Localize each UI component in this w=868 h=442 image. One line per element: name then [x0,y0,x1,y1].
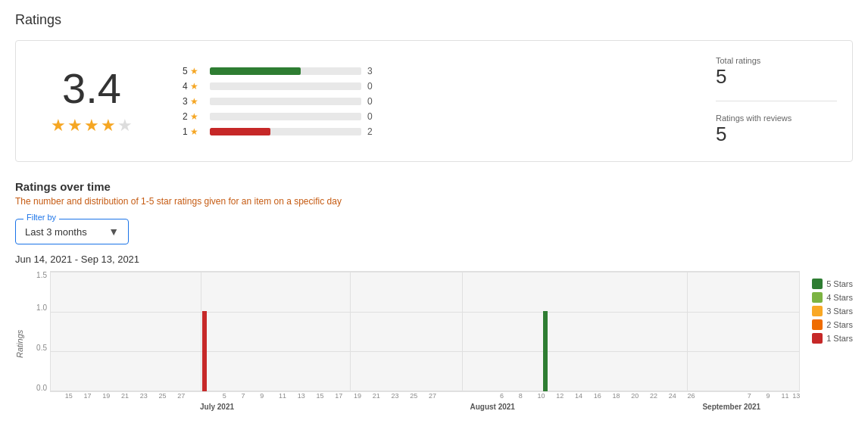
x-label-5: 5 [223,392,226,400]
ratings-reviews-value: 5 [716,123,837,146]
x-label-12: 12 [556,392,564,400]
x-label-8: 8 [519,392,523,400]
rot-title: Ratings over time [15,180,853,193]
x-label-19b: 19 [354,392,361,400]
bar-label-4: 4 [183,81,188,92]
date-range-label: Jun 14, 2021 - Sep 13, 2021 [15,254,853,265]
x-label-27b: 27 [429,392,436,400]
x-month-july: July 2021 [200,403,234,411]
x-label-9c: 9 [767,392,770,400]
star-5: ★ [117,116,133,135]
bar-label-1: 1 [183,126,188,137]
bar-row-4: 4★ 0 [183,81,670,92]
legend-item-2stars: 2 Stars [812,319,853,330]
totals-divider [716,101,837,101]
rating-bars: 5★ 3 4★ 0 3★ 0 2★ 0 1★ 2 [183,66,670,137]
total-ratings-value: 5 [716,65,837,89]
bar-count-1: 2 [367,126,379,137]
legend-item-3stars: 3 Stars [812,306,853,316]
x-month-august: August 2021 [470,403,514,411]
x-label-17: 17 [84,392,92,400]
x-label-7c: 7 [748,392,751,400]
legend-color-4stars [812,292,823,303]
bar-row-1: 1★ 2 [183,126,670,137]
plot-area-container: 15 17 19 21 23 25 27 July 2021 5 7 [50,271,800,416]
bar-row-3: 3★ 0 [183,96,670,107]
x-label-21a: 21 [121,392,129,400]
x-label-27a: 27 [177,392,185,400]
bar-row-2: 2★ 0 [183,111,670,122]
chart-main: Ratings 0.0 0.5 1.0 1.5 [15,271,800,416]
x-label-23a: 23 [140,392,148,400]
x-label-13: 13 [298,392,305,400]
bar-count-4: 0 [367,81,379,92]
x-label-18: 18 [613,392,620,400]
y-tick-15: 1.5 [36,271,47,279]
x-label-15: 15 [65,392,73,400]
x-label-26: 26 [688,392,695,400]
star-2: ★ [67,116,83,135]
legend-label-5stars: 5 Stars [826,279,853,288]
chart-plot [50,271,800,392]
legend-item-5stars: 5 Stars [812,279,853,289]
totals-section: Total ratings 5 Ratings with reviews 5 [716,56,837,146]
y-ticks-container: 0.0 0.5 1.0 1.5 [27,271,50,392]
legend-color-3stars [812,306,823,316]
chevron-down-icon: ▼ [108,226,119,238]
star-4: ★ [101,116,116,135]
bar-row-5: 5★ 3 [183,66,670,76]
page-title: Ratings [15,12,853,28]
x-label-20: 20 [631,392,639,400]
x-label-9: 9 [260,392,264,400]
chart-with-yaxis: Ratings 0.0 0.5 1.0 1.5 [15,271,800,416]
ratings-over-time-section: Ratings over time The number and distrib… [15,180,853,416]
legend-color-2stars [812,319,823,330]
legend-color-5stars [812,279,823,289]
bar-fill-1 [210,128,270,135]
x-label-11: 11 [279,392,286,400]
bar-label-2: 2 [183,111,188,122]
ratings-reviews-item: Ratings with reviews 5 [716,114,837,146]
y-tick-10: 1.0 [36,303,47,312]
legend-label-2stars: 2 Stars [826,320,853,329]
legend-item-1star: 1 Stars [812,333,853,344]
star-rating: ★ ★ ★ ★ ★ [51,116,133,135]
total-ratings-item: Total ratings 5 [716,56,837,89]
chart-bar-green [543,311,548,391]
filter-by-label: Filter by [23,213,59,222]
vgrid-2 [350,272,351,391]
average-score: 3.4 [62,67,121,110]
legend-item-4stars: 4 Stars [812,292,853,303]
ratings-reviews-label: Ratings with reviews [716,114,837,123]
bar-track-1 [210,128,361,135]
x-label-6: 6 [500,392,504,400]
x-label-14: 14 [575,392,582,400]
vgrid-3 [462,272,463,391]
yaxis-container: Ratings 0.0 0.5 1.0 1.5 [15,271,50,416]
y-tick-0: 0.0 [36,384,47,392]
y-tick-05: 0.5 [36,344,47,352]
big-score-section: 3.4 ★ ★ ★ ★ ★ [31,67,152,135]
rot-subtitle: The number and distribution of 1-5 star … [15,196,853,207]
bar-count-3: 0 [367,96,379,107]
x-label-24: 24 [669,392,676,400]
chart-section: Ratings 0.0 0.5 1.0 1.5 [15,271,853,416]
total-ratings-label: Total ratings [716,56,837,65]
x-label-23b: 23 [392,392,399,400]
x-label-15b: 15 [316,392,323,400]
bar-count-5: 3 [367,66,379,76]
vgrid-4 [687,272,688,391]
x-label-11c: 11 [781,392,788,400]
bar-track-5 [210,67,361,75]
vgrid-1 [201,272,201,391]
legend-color-1star [812,333,823,344]
filter-dropdown[interactable]: Filter by Last 3 months ▼ [15,219,129,244]
bar-label-5: 5 [183,66,188,76]
x-label-21b: 21 [373,392,380,400]
x-label-19: 19 [102,392,110,400]
x-axis: 15 17 19 21 23 25 27 July 2021 5 7 [50,392,800,416]
chart-bar-red [202,311,207,391]
legend-label-3stars: 3 Stars [826,307,853,316]
bar-count-2: 0 [367,111,379,122]
bar-label-3: 3 [183,96,188,107]
